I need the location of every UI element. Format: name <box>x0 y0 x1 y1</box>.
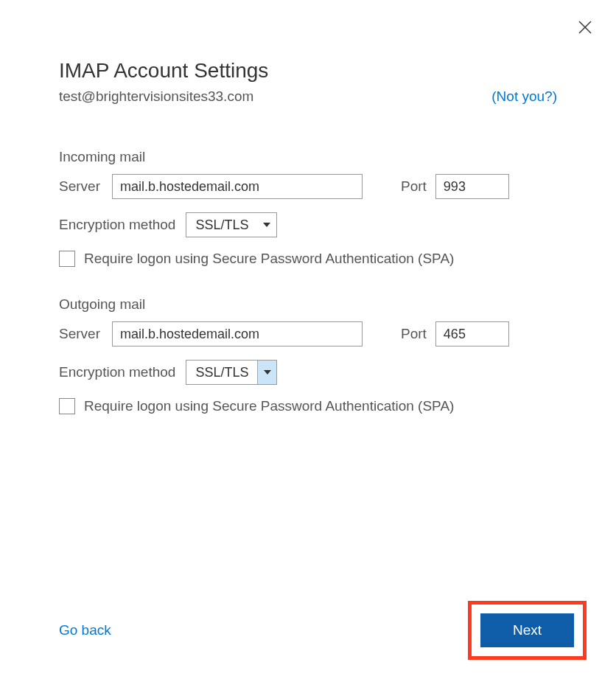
incoming-spa-label: Require logon using Secure Password Auth… <box>84 251 454 267</box>
outgoing-port-label: Port <box>401 326 427 342</box>
outgoing-server-label: Server <box>59 326 103 342</box>
dialog-footer: Go back Next <box>59 601 587 660</box>
incoming-port-label: Port <box>401 178 427 195</box>
outgoing-encryption-select[interactable]: SSL/TLS <box>186 360 277 385</box>
account-email: test@brightervisionsites33.com <box>59 88 253 105</box>
incoming-spa-row: Require logon using Secure Password Auth… <box>59 251 557 267</box>
svg-marker-2 <box>263 223 270 227</box>
incoming-heading: Incoming mail <box>59 149 557 165</box>
close-button[interactable] <box>576 18 594 36</box>
outgoing-encryption-value: SSL/TLS <box>186 365 257 380</box>
outgoing-encryption-row: Encryption method SSL/TLS <box>59 360 557 385</box>
outgoing-port-input[interactable] <box>435 321 509 346</box>
chevron-down-icon <box>257 361 276 384</box>
close-icon <box>578 21 592 34</box>
outgoing-spa-label: Require logon using Secure Password Auth… <box>84 398 454 414</box>
incoming-encryption-select[interactable]: SSL/TLS <box>186 212 277 237</box>
imap-settings-dialog: IMAP Account Settings test@brightervisio… <box>0 0 616 693</box>
email-row: test@brightervisionsites33.com (Not you?… <box>59 88 557 105</box>
not-you-link[interactable]: (Not you?) <box>491 88 557 105</box>
incoming-port-input[interactable] <box>435 174 509 199</box>
incoming-spa-checkbox[interactable] <box>59 251 75 267</box>
incoming-encryption-row: Encryption method SSL/TLS <box>59 212 557 237</box>
next-button[interactable]: Next <box>480 613 574 647</box>
chevron-down-icon <box>257 213 276 237</box>
svg-marker-3 <box>264 370 271 375</box>
incoming-server-row: Server Port <box>59 174 557 199</box>
go-back-link[interactable]: Go back <box>59 622 111 638</box>
outgoing-server-input[interactable] <box>112 321 363 346</box>
outgoing-spa-row: Require logon using Secure Password Auth… <box>59 398 557 414</box>
next-button-highlight: Next <box>468 601 587 660</box>
outgoing-server-row: Server Port <box>59 321 557 346</box>
incoming-server-input[interactable] <box>112 174 363 199</box>
outgoing-heading: Outgoing mail <box>59 296 557 313</box>
page-title: IMAP Account Settings <box>59 59 557 83</box>
incoming-encryption-value: SSL/TLS <box>186 217 257 233</box>
outgoing-encryption-label: Encryption method <box>59 364 175 380</box>
incoming-server-label: Server <box>59 178 103 195</box>
outgoing-spa-checkbox[interactable] <box>59 398 75 414</box>
incoming-encryption-label: Encryption method <box>59 217 175 233</box>
